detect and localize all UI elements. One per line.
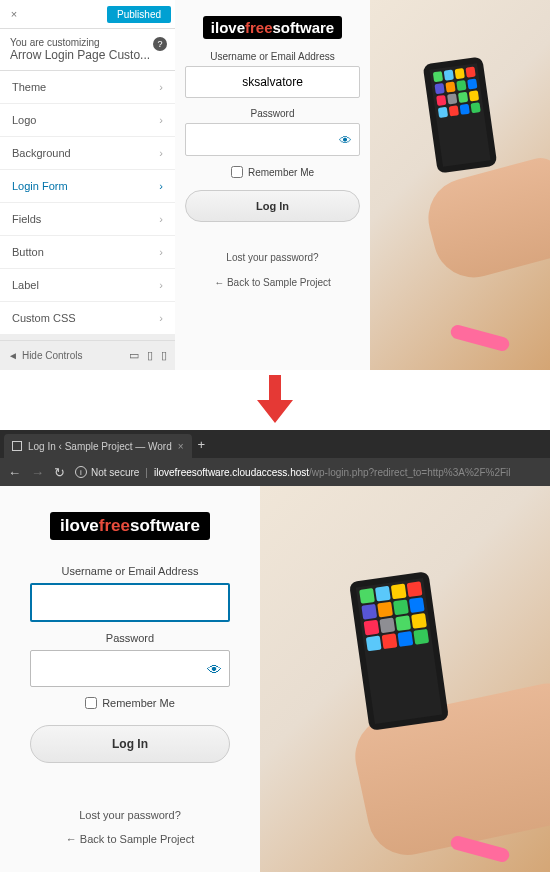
page-icon — [12, 441, 22, 451]
login-preview: ilovefreesoftware Username or Email Addr… — [175, 0, 370, 370]
info-icon: i — [75, 466, 87, 478]
lost-password-link[interactable]: Lost your password? — [79, 809, 181, 821]
lost-password-link[interactable]: Lost your password? — [226, 252, 318, 263]
desktop-icon[interactable]: ▭ — [129, 349, 139, 362]
password-label: Password — [251, 108, 295, 119]
device-toggle: ▭ ▯ ▯ — [129, 349, 167, 362]
bottom-screenshot: Log In ‹ Sample Project — Word × + ← → ↻… — [0, 430, 550, 872]
address-bar: ← → ↻ i Not secure | ilovefreesoftware.c… — [0, 458, 550, 486]
browser-tab-bar: Log In ‹ Sample Project — Word × + — [0, 430, 550, 458]
back-link[interactable]: ← Back to Sample Project — [214, 277, 331, 288]
customizer-footer: ◄ Hide Controls ▭ ▯ ▯ — [0, 340, 175, 370]
customizer-title: Arrow Login Page Custo... — [10, 48, 165, 62]
username-input[interactable] — [30, 583, 230, 622]
close-icon[interactable]: × — [178, 441, 184, 452]
background-image — [370, 0, 550, 370]
refresh-icon[interactable]: ↻ — [54, 465, 65, 480]
eye-icon[interactable]: 👁 — [339, 132, 352, 147]
password-label: Password — [106, 632, 154, 644]
chevron-left-icon: ◄ — [8, 350, 18, 361]
remember-me[interactable]: Remember Me — [231, 166, 314, 178]
background-image — [260, 486, 550, 872]
customizer-title-block: ? You are customizing Arrow Login Page C… — [0, 29, 175, 71]
phone-graphic — [423, 56, 498, 173]
publish-button[interactable]: Published — [107, 6, 171, 23]
remember-checkbox[interactable] — [85, 697, 97, 709]
username-input[interactable] — [185, 66, 360, 98]
url-bar[interactable]: i Not secure | ilovefreesoftware.cloudac… — [75, 466, 542, 478]
site-logo: ilovefreesoftware — [50, 512, 210, 540]
tablet-icon[interactable]: ▯ — [147, 349, 153, 362]
login-button[interactable]: Log In — [185, 190, 360, 222]
username-label: Username or Email Address — [62, 565, 199, 577]
page-content: ilovefreesoftware Username or Email Addr… — [0, 486, 550, 872]
back-link[interactable]: ← Back to Sample Project — [66, 833, 194, 845]
url-text: ilovefreesoftware.cloudaccess.host/wp-lo… — [154, 467, 511, 478]
remember-label: Remember Me — [102, 697, 175, 709]
top-screenshot: × Published ? You are customizing Arrow … — [0, 0, 550, 370]
sidebar-item-label[interactable]: Label› — [0, 269, 175, 302]
customizer-subtitle: You are customizing — [10, 37, 165, 48]
username-label: Username or Email Address — [210, 51, 335, 62]
arm-graphic — [419, 154, 550, 287]
sidebar-item-button[interactable]: Button› — [0, 236, 175, 269]
remember-checkbox[interactable] — [231, 166, 243, 178]
phone-graphic — [349, 571, 449, 731]
browser-tab[interactable]: Log In ‹ Sample Project — Word × — [4, 434, 192, 458]
highlighter-graphic — [449, 323, 511, 352]
remember-me[interactable]: Remember Me — [85, 697, 175, 709]
not-secure-label: Not secure — [91, 467, 139, 478]
sidebar-item-fields[interactable]: Fields› — [0, 203, 175, 236]
customizer-sidebar: × Published ? You are customizing Arrow … — [0, 0, 175, 370]
new-tab-button[interactable]: + — [198, 437, 206, 452]
tab-title: Log In ‹ Sample Project — Word — [28, 441, 172, 452]
sidebar-item-logo[interactable]: Logo› — [0, 104, 175, 137]
hide-controls-button[interactable]: ◄ Hide Controls — [8, 350, 83, 361]
help-icon[interactable]: ? — [153, 37, 167, 51]
arrow-down-icon — [255, 375, 295, 425]
login-button[interactable]: Log In — [30, 725, 230, 763]
mobile-icon[interactable]: ▯ — [161, 349, 167, 362]
hide-controls-label: Hide Controls — [22, 350, 83, 361]
customizer-menu: Theme›Logo›Background›Login Form›Fields›… — [0, 71, 175, 335]
close-icon[interactable]: × — [4, 4, 24, 24]
customizer-header: × Published — [0, 0, 175, 29]
sidebar-item-login-form[interactable]: Login Form› — [0, 170, 175, 203]
sidebar-item-theme[interactable]: Theme› — [0, 71, 175, 104]
back-icon[interactable]: ← — [8, 465, 21, 480]
security-indicator[interactable]: i Not secure — [75, 466, 139, 478]
sidebar-item-background[interactable]: Background› — [0, 137, 175, 170]
login-form-area: ilovefreesoftware Username or Email Addr… — [0, 486, 260, 872]
remember-label: Remember Me — [248, 167, 314, 178]
site-logo: ilovefreesoftware — [203, 16, 342, 39]
forward-icon[interactable]: → — [31, 465, 44, 480]
password-input[interactable] — [185, 123, 360, 156]
password-input[interactable] — [30, 650, 230, 687]
preview-area: ilovefreesoftware Username or Email Addr… — [175, 0, 550, 370]
eye-icon[interactable]: 👁 — [207, 660, 222, 677]
password-wrap: 👁 — [185, 123, 360, 156]
sidebar-item-custom-css[interactable]: Custom CSS› — [0, 302, 175, 335]
password-wrap: 👁 — [30, 650, 230, 687]
